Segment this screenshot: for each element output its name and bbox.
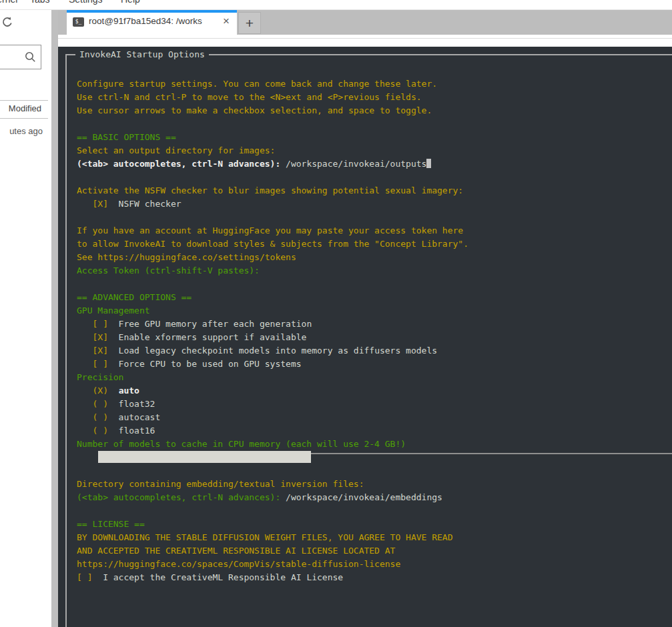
terminal-line: GPU Management — [77, 304, 672, 318]
search-icon — [25, 51, 36, 65]
file-browser-sidebar: Modified utes ago — [0, 10, 51, 627]
model-cache-slider-rail — [311, 453, 672, 454]
terminal-line: Activate the NSFW checker to blur images… — [77, 184, 672, 197]
menu-item-kernel[interactable]: Kernel — [0, 0, 17, 5]
terminal-text: autocast — [108, 412, 160, 422]
terminal-text: Enable xformers support if available — [108, 332, 306, 342]
terminal-text — [108, 386, 119, 396]
terminal-lines: Configure startup settings. You can come… — [77, 64, 672, 584]
terminal-text: Free GPU memory after each generation — [108, 319, 312, 329]
terminal-text: Use ctrl-N and ctrl-P to move to the <N>… — [77, 92, 422, 102]
terminal-text: AND ACCEPTED THE CREATIVEML RESPONSIBLE … — [77, 546, 395, 556]
model-cache-slider[interactable] — [98, 451, 311, 463]
model-cache-slider-row — [77, 451, 672, 464]
terminal-text — [77, 359, 92, 369]
terminal-line: https://huggingface.co/spaces/CompVis/st… — [77, 558, 672, 571]
terminal-line: AND ACCEPTED THE CREATIVEML RESPONSIBLE … — [77, 544, 672, 558]
column-header-modified[interactable]: Modified — [9, 103, 41, 113]
terminal-line: [ ] Force CPU to be used on GPU systems — [77, 358, 672, 371]
terminal-line — [77, 504, 672, 518]
terminal-text: ( ) — [92, 399, 107, 409]
terminal-text: Precision — [77, 372, 123, 382]
terminal-text: float32 — [108, 399, 155, 409]
panel-gap — [58, 35, 672, 47]
file-filter-box — [0, 45, 41, 69]
terminal-line: Use cursor arrows to make a checkbox sel… — [77, 104, 672, 117]
file-modified-cell: utes ago — [9, 126, 43, 136]
terminal-text: float16 — [108, 426, 155, 436]
terminal-line: (X) auto — [77, 384, 672, 398]
terminal-text: [ ] — [77, 572, 92, 582]
terminal-text — [77, 399, 92, 409]
terminal-text: Access Token (ctrl-shift-V pastes): — [77, 265, 260, 275]
terminal-line — [77, 117, 672, 131]
terminal-text: to allow InvokeAI to download styles & s… — [77, 239, 468, 249]
terminal-text: (<tab> autocompletes, ctrl-N advances): — [77, 159, 286, 169]
file-filter-input[interactable] — [0, 49, 22, 66]
terminal-text: ( ) — [92, 426, 107, 436]
terminal-text: ( ) — [92, 412, 107, 422]
terminal-text: If you have an account at HuggingFace yo… — [77, 225, 463, 235]
terminal-text: Directory containing embedding/textual i… — [77, 479, 364, 489]
terminal-text: == ADVANCED OPTIONS == — [77, 292, 192, 302]
terminal-text: [ ] — [92, 359, 107, 369]
tab-terminal[interactable]: $_ root@91f7ba15ed34: /works × — [67, 10, 237, 35]
tab-bar: $_ root@91f7ba15ed34: /works × + — [58, 10, 672, 35]
panel-gap-divider — [58, 38, 672, 39]
file-browser-header: Modified — [0, 100, 48, 119]
refresh-icon[interactable] — [1, 15, 15, 29]
terminal-line: ( ) float32 — [77, 398, 672, 411]
terminal-line: ( ) float16 — [77, 424, 672, 438]
terminal-line: Access Token (ctrl-shift-V pastes): — [77, 264, 672, 277]
terminal-line: Number of models to cache in CPU memory … — [77, 438, 672, 451]
terminal-line: == LICENSE == — [77, 518, 672, 531]
sidebar-divider[interactable] — [51, 10, 58, 627]
new-tab-button[interactable]: + — [238, 12, 261, 34]
active-tab-accent — [67, 10, 237, 13]
terminal-line: Configure startup settings. You can come… — [77, 77, 672, 91]
terminal-line: ( ) autocast — [77, 411, 672, 424]
terminal-text: [X] — [92, 332, 107, 342]
terminal-line: See https://huggingface.co/settings/toke… — [77, 251, 672, 264]
terminal-text: I accept the CreativeML Responsible AI L… — [92, 572, 343, 582]
close-icon[interactable]: × — [220, 15, 232, 28]
terminal-line: If you have an account at HuggingFace yo… — [77, 224, 672, 237]
terminal-text: Select an output directory for images: — [77, 145, 275, 155]
terminal-icon: $_ — [73, 17, 84, 27]
terminal-text: (<tab> autocompletes, ctrl-N advances): — [77, 492, 286, 502]
file-row[interactable]: utes ago — [0, 123, 48, 141]
terminal-text — [77, 386, 92, 396]
terminal-line: == ADVANCED OPTIONS == — [77, 291, 672, 304]
terminal-text: BY DOWNLOADING THE STABLE DIFFUSION WEIG… — [77, 532, 453, 542]
terminal-text: == BASIC OPTIONS == — [77, 132, 176, 142]
terminal-text — [77, 319, 92, 329]
terminal-line: [X] NSFW checker — [77, 197, 672, 211]
terminal-text: == LICENSE == — [77, 519, 145, 529]
menu-bar: Kernel Tabs Settings Help — [0, 0, 672, 10]
tab-title: root@91f7ba15ed34: /works — [89, 16, 202, 26]
terminal-line — [77, 464, 672, 478]
terminal-line: (<tab> autocompletes, ctrl-N advances): … — [77, 491, 672, 504]
plus-icon: + — [246, 15, 254, 31]
terminal-line: == BASIC OPTIONS == — [77, 131, 672, 144]
terminal-text: [X] — [92, 199, 107, 209]
terminal-line — [77, 64, 672, 77]
terminal-text — [77, 332, 92, 342]
terminal-line: [ ] I accept the CreativeML Responsible … — [77, 571, 672, 584]
menu-item-help[interactable]: Help — [121, 0, 140, 5]
terminal-text: Use cursor arrows to make a checkbox sel… — [77, 105, 432, 115]
terminal-text — [77, 346, 92, 356]
terminal-screen[interactable]: InvokeAI Startup Options Configure start… — [58, 47, 672, 627]
terminal-line: Select an output directory for images: — [77, 144, 672, 157]
terminal-text: GPU Management — [77, 305, 150, 316]
terminal-line: [X] Load legacy checkpoint models into m… — [77, 344, 672, 358]
terminal-cursor — [426, 159, 431, 168]
terminal-line: BY DOWNLOADING THE STABLE DIFFUSION WEIG… — [77, 531, 672, 544]
main-area: $_ root@91f7ba15ed34: /works × + InvokeA… — [58, 10, 672, 627]
terminal-line — [77, 171, 672, 184]
menu-item-tabs[interactable]: Tabs — [30, 0, 50, 5]
terminal-text — [77, 199, 92, 209]
terminal-text: Activate the NSFW checker to blur images… — [77, 185, 463, 195]
terminal-line: to allow InvokeAI to download styles & s… — [77, 237, 672, 251]
menu-item-settings[interactable]: Settings — [69, 0, 103, 5]
